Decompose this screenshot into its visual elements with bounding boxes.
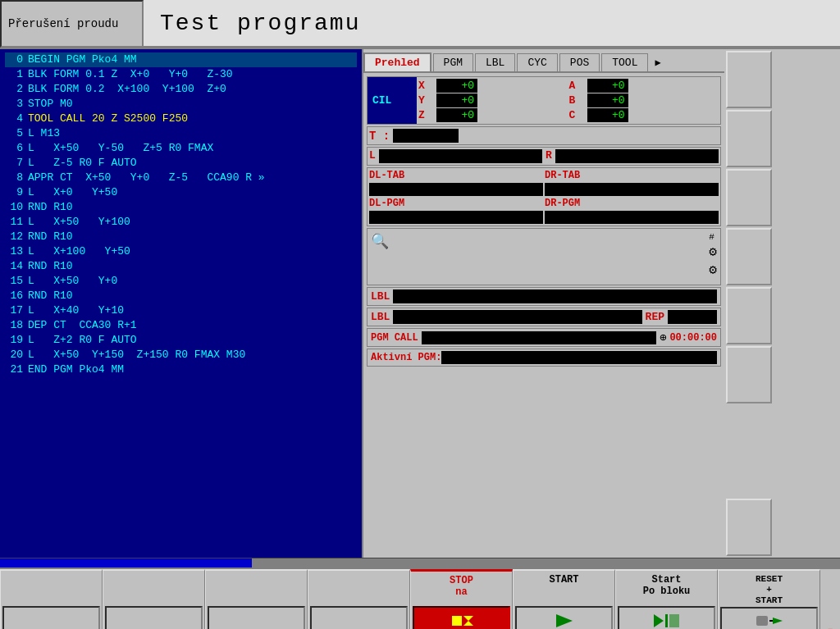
tab-tool[interactable]: TOOL: [601, 53, 648, 71]
dr-pgm-item: DR-PGM: [545, 198, 719, 224]
start-icon-area: [515, 606, 613, 629]
progress-bar: [0, 558, 252, 567]
aktiv-input[interactable]: [441, 351, 717, 364]
panel-content: CIL X +0 A +0 Y +0 B +0 Z +0 C +0 T :: [363, 73, 724, 558]
start-block-button[interactable]: StartPo bloku: [615, 569, 718, 629]
code-line-2: 2BLK FORM 0.2 X+100 Y+100 Z+0: [5, 82, 357, 97]
cil-label: CIL: [368, 77, 417, 124]
lbl2-input[interactable]: [393, 310, 641, 324]
right-icon-group: # ⚙ ⚙: [709, 232, 717, 278]
lbl1-section: LBL: [367, 287, 721, 306]
tab-pos[interactable]: POS: [559, 53, 600, 71]
tool-search-icon[interactable]: 🔍: [371, 232, 389, 250]
progress-bar-container: [0, 558, 840, 567]
start-label: START: [549, 574, 578, 586]
start-block-label: StartPo bloku: [643, 574, 691, 598]
tool-drill-icon[interactable]: ⚙: [709, 244, 717, 260]
main-area: 0BEGIN PGM Pko4 MM1BLK FORM 0.1 Z X+0 Y+…: [0, 49, 840, 558]
tab-pgm[interactable]: PGM: [433, 53, 473, 71]
start-button[interactable]: START: [513, 569, 615, 629]
coord-label-a: A: [569, 80, 584, 92]
coord-value-y: +0: [436, 93, 477, 107]
side-btn-7[interactable]: [726, 499, 772, 556]
dr-tab-input[interactable]: [545, 183, 719, 196]
tab-cyc[interactable]: CYC: [517, 53, 557, 71]
logo-symbol: ◼: [828, 626, 833, 629]
tab-arrow[interactable]: ▶: [650, 54, 665, 71]
l-label: L: [369, 149, 376, 163]
reset-start-icon: [755, 611, 784, 629]
l-input[interactable]: [379, 149, 542, 163]
side-btn-5[interactable]: [726, 287, 772, 344]
bottom-btn-2-icon: [105, 606, 203, 629]
block-start-icon: [652, 611, 682, 629]
lbl1-label: LBL: [371, 290, 390, 303]
code-line-13: 13L X+100 Y+50: [5, 244, 357, 259]
bottom-btn-3[interactable]: [205, 569, 308, 629]
t-label: T :: [369, 130, 390, 143]
page-title: Test programu: [160, 11, 360, 36]
coord-row-c: C +0: [569, 108, 719, 122]
reset-start-label: RESET+START: [756, 574, 783, 607]
coord-label-c: C: [569, 109, 584, 121]
r-input[interactable]: [555, 149, 719, 163]
tab-bar: PrehledPGMLBLCYCPOSTOOL▶: [363, 49, 724, 73]
coord-label-b: B: [569, 94, 584, 107]
code-line-5: 5L M13: [5, 126, 357, 141]
coord-label-y: Y: [418, 94, 433, 107]
reset-start-button[interactable]: RESET+START: [718, 569, 820, 629]
code-line-16: 16RND R10: [5, 289, 357, 303]
bottom-toolbar: STOPna START StartPo bloku RESET+ST: [0, 567, 840, 629]
dl-tab-label: DL-TAB: [369, 170, 543, 181]
side-btn-2[interactable]: [726, 110, 772, 167]
t-section: T :: [367, 126, 721, 145]
tab-prehled[interactable]: Prehled: [363, 52, 431, 71]
coord-label-z: Z: [418, 109, 433, 121]
dl-pgm-input[interactable]: [369, 211, 543, 224]
code-line-6: 6L X+50 Y-50 Z+5 R0 FMAX: [5, 141, 357, 156]
t-input[interactable]: [393, 129, 459, 143]
aktiv-section: Aktivní PGM:: [367, 349, 721, 367]
lr-section: L R: [367, 147, 721, 166]
side-buttons: [724, 49, 774, 558]
bottom-btn-1[interactable]: [0, 569, 103, 629]
stop-icon: [450, 613, 473, 629]
code-line-14: 14RND R10: [5, 259, 357, 274]
dl-tab-input[interactable]: [369, 183, 543, 196]
bottom-btn-3-icon: [208, 606, 305, 629]
svg-marker-1: [463, 616, 473, 626]
stop-button[interactable]: STOPna: [410, 569, 513, 629]
side-btn-4[interactable]: [726, 228, 772, 285]
coord-row-z: Z +0: [418, 108, 568, 122]
svg-rect-0: [452, 616, 462, 626]
side-btn-6[interactable]: [726, 346, 772, 403]
coord-value-x: +0: [436, 79, 477, 93]
coord-value-z: +0: [436, 108, 477, 122]
lbl1-input[interactable]: [393, 289, 717, 303]
bottom-btn-1-icon: [2, 606, 100, 629]
dl-dr-section: DL-TAB DR-TAB DL-PGM DR-PGM: [367, 167, 721, 226]
rep-input[interactable]: [668, 310, 717, 324]
bottom-btn-2[interactable]: [103, 569, 205, 629]
dr-tab-label: DR-TAB: [545, 170, 719, 181]
dl-tab-item: DL-TAB: [369, 170, 543, 196]
tab-lbl[interactable]: LBL: [475, 53, 515, 71]
coord-row-a: A +0: [569, 79, 719, 93]
corner-logo: ◼: [820, 569, 840, 629]
tool-measure-icon[interactable]: ⚙: [709, 262, 717, 278]
coord-value-c: +0: [587, 108, 628, 122]
svg-rect-4: [665, 614, 668, 627]
coord-row-x: X +0: [418, 79, 568, 93]
icons-section: 🔍 # ⚙ ⚙: [367, 228, 721, 285]
code-line-17: 17L X+40 Y+10: [5, 303, 357, 318]
code-line-8: 8APPR CT X+50 Y+0 Z-5 CCA90 R »: [5, 171, 357, 185]
header-title: Test programu: [144, 0, 840, 48]
code-line-20: 20L X+50 Y+150 Z+150 R0 FMAX M30: [5, 348, 357, 362]
pgm-call-label: PGM CALL: [371, 332, 418, 344]
pgm-call-input[interactable]: [422, 331, 656, 344]
dr-pgm-input[interactable]: [545, 211, 719, 224]
code-line-4: 4TOOL CALL 20 Z S2500 F250: [5, 112, 357, 126]
side-btn-1[interactable]: [726, 51, 772, 108]
side-btn-3[interactable]: [726, 169, 772, 226]
bottom-btn-4[interactable]: [308, 569, 410, 629]
